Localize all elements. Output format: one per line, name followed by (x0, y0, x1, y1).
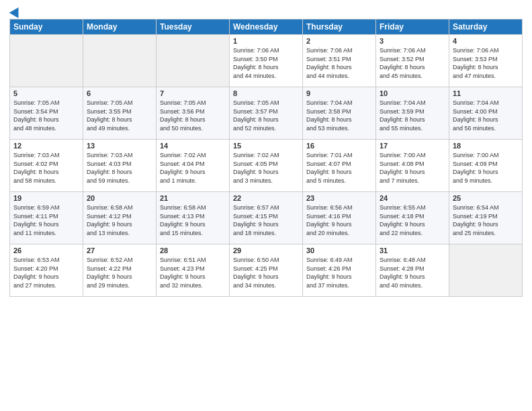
day-info: Sunrise: 7:05 AM Sunset: 3:55 PM Dayligh… (87, 99, 152, 132)
day-number: 11 (453, 89, 519, 97)
day-cell: 7Sunrise: 7:05 AM Sunset: 3:56 PM Daylig… (157, 87, 230, 140)
day-info: Sunrise: 7:02 AM Sunset: 4:05 PM Dayligh… (233, 151, 299, 185)
weekday-header-saturday: Saturday (449, 19, 523, 35)
day-number: 24 (380, 194, 445, 202)
day-cell: 31Sunrise: 6:48 AM Sunset: 4:28 PM Dayli… (376, 244, 449, 297)
calendar-table: SundayMondayTuesdayWednesdayThursdayFrid… (9, 19, 523, 297)
day-number: 12 (13, 142, 79, 150)
day-cell: 16Sunrise: 7:01 AM Sunset: 4:07 PM Dayli… (303, 140, 376, 192)
day-cell: 22Sunrise: 6:57 AM Sunset: 4:15 PM Dayli… (230, 192, 303, 244)
day-number: 28 (160, 246, 226, 255)
day-info: Sunrise: 6:49 AM Sunset: 4:26 PM Dayligh… (306, 256, 372, 289)
week-row-1: 1Sunrise: 7:06 AM Sunset: 3:50 PM Daylig… (10, 35, 523, 87)
day-info: Sunrise: 6:53 AM Sunset: 4:20 PM Dayligh… (13, 256, 79, 289)
day-number: 3 (380, 37, 445, 45)
day-info: Sunrise: 6:48 AM Sunset: 4:28 PM Dayligh… (380, 256, 445, 289)
day-info: Sunrise: 7:06 AM Sunset: 3:51 PM Dayligh… (306, 46, 372, 80)
day-info: Sunrise: 7:03 AM Sunset: 4:03 PM Dayligh… (87, 151, 152, 185)
week-row-4: 19Sunrise: 6:59 AM Sunset: 4:11 PM Dayli… (10, 192, 523, 244)
day-info: Sunrise: 7:04 AM Sunset: 3:59 PM Dayligh… (380, 99, 445, 132)
day-number: 21 (160, 194, 226, 202)
day-number: 15 (233, 142, 299, 150)
day-number: 25 (453, 194, 519, 202)
day-number: 7 (160, 89, 226, 97)
day-cell: 13Sunrise: 7:03 AM Sunset: 4:03 PM Dayli… (83, 140, 157, 192)
day-number: 30 (306, 246, 372, 255)
day-number: 9 (306, 89, 372, 97)
day-number: 20 (87, 194, 152, 202)
day-cell (157, 35, 230, 87)
day-cell: 3Sunrise: 7:06 AM Sunset: 3:52 PM Daylig… (376, 35, 449, 87)
day-cell: 27Sunrise: 6:52 AM Sunset: 4:22 PM Dayli… (83, 244, 157, 297)
day-cell: 25Sunrise: 6:54 AM Sunset: 4:19 PM Dayli… (449, 192, 523, 244)
day-number: 27 (87, 246, 152, 255)
day-number: 6 (87, 89, 152, 97)
day-number: 19 (13, 194, 79, 202)
weekday-header-thursday: Thursday (303, 19, 376, 35)
day-cell: 26Sunrise: 6:53 AM Sunset: 4:20 PM Dayli… (10, 244, 83, 297)
day-number: 23 (306, 194, 372, 202)
day-info: Sunrise: 6:59 AM Sunset: 4:11 PM Dayligh… (13, 203, 79, 237)
day-info: Sunrise: 7:04 AM Sunset: 3:58 PM Dayligh… (306, 99, 372, 132)
day-number: 17 (380, 142, 445, 150)
day-cell: 9Sunrise: 7:04 AM Sunset: 3:58 PM Daylig… (303, 87, 376, 140)
day-info: Sunrise: 6:57 AM Sunset: 4:15 PM Dayligh… (233, 203, 299, 237)
day-info: Sunrise: 7:06 AM Sunset: 3:52 PM Dayligh… (380, 46, 445, 80)
weekday-header-friday: Friday (376, 19, 449, 35)
weekday-header-wednesday: Wednesday (230, 19, 303, 35)
day-cell: 20Sunrise: 6:58 AM Sunset: 4:12 PM Dayli… (83, 192, 157, 244)
logo-text (9, 7, 21, 16)
day-cell: 12Sunrise: 7:03 AM Sunset: 4:02 PM Dayli… (10, 140, 83, 192)
day-cell: 28Sunrise: 6:51 AM Sunset: 4:23 PM Dayli… (157, 244, 230, 297)
day-cell: 15Sunrise: 7:02 AM Sunset: 4:05 PM Dayli… (230, 140, 303, 192)
day-cell (449, 244, 523, 297)
day-cell: 17Sunrise: 7:00 AM Sunset: 4:08 PM Dayli… (376, 140, 449, 192)
day-number: 31 (380, 246, 445, 255)
day-number: 16 (306, 142, 372, 150)
day-info: Sunrise: 6:50 AM Sunset: 4:25 PM Dayligh… (233, 256, 299, 289)
day-info: Sunrise: 7:05 AM Sunset: 3:56 PM Dayligh… (160, 99, 226, 132)
day-number: 26 (13, 246, 79, 255)
day-info: Sunrise: 7:06 AM Sunset: 3:50 PM Dayligh… (233, 46, 299, 80)
day-cell: 19Sunrise: 6:59 AM Sunset: 4:11 PM Dayli… (10, 192, 83, 244)
day-number: 14 (160, 142, 226, 150)
day-cell: 11Sunrise: 7:04 AM Sunset: 4:00 PM Dayli… (449, 87, 523, 140)
day-info: Sunrise: 7:01 AM Sunset: 4:07 PM Dayligh… (306, 151, 372, 185)
day-info: Sunrise: 6:58 AM Sunset: 4:12 PM Dayligh… (87, 203, 152, 237)
day-cell: 6Sunrise: 7:05 AM Sunset: 3:55 PM Daylig… (83, 87, 157, 140)
logo-icon (9, 5, 24, 18)
day-info: Sunrise: 6:52 AM Sunset: 4:22 PM Dayligh… (87, 256, 152, 289)
day-info: Sunrise: 6:58 AM Sunset: 4:13 PM Dayligh… (160, 203, 226, 237)
day-info: Sunrise: 7:05 AM Sunset: 3:54 PM Dayligh… (13, 99, 79, 132)
logo (9, 7, 21, 15)
day-info: Sunrise: 6:54 AM Sunset: 4:19 PM Dayligh… (453, 203, 519, 237)
day-cell: 1Sunrise: 7:06 AM Sunset: 3:50 PM Daylig… (230, 35, 303, 87)
day-cell (10, 35, 83, 87)
day-number: 8 (233, 89, 299, 97)
day-cell: 10Sunrise: 7:04 AM Sunset: 3:59 PM Dayli… (376, 87, 449, 140)
week-row-2: 5Sunrise: 7:05 AM Sunset: 3:54 PM Daylig… (10, 87, 523, 140)
day-info: Sunrise: 6:55 AM Sunset: 4:18 PM Dayligh… (380, 203, 445, 237)
day-info: Sunrise: 7:02 AM Sunset: 4:04 PM Dayligh… (160, 151, 226, 185)
day-number: 29 (233, 246, 299, 255)
day-number: 4 (453, 37, 519, 45)
week-row-3: 12Sunrise: 7:03 AM Sunset: 4:02 PM Dayli… (10, 140, 523, 192)
day-cell: 8Sunrise: 7:05 AM Sunset: 3:57 PM Daylig… (230, 87, 303, 140)
day-cell: 30Sunrise: 6:49 AM Sunset: 4:26 PM Dayli… (303, 244, 376, 297)
day-cell: 24Sunrise: 6:55 AM Sunset: 4:18 PM Dayli… (376, 192, 449, 244)
day-number: 2 (306, 37, 372, 45)
day-number: 10 (380, 89, 445, 97)
day-number: 13 (87, 142, 152, 150)
day-number: 5 (13, 89, 79, 97)
day-cell (83, 35, 157, 87)
weekday-header-monday: Monday (83, 19, 157, 35)
weekday-header-tuesday: Tuesday (157, 19, 230, 35)
day-info: Sunrise: 6:56 AM Sunset: 4:16 PM Dayligh… (306, 203, 372, 237)
day-cell: 4Sunrise: 7:06 AM Sunset: 3:53 PM Daylig… (449, 35, 523, 87)
day-info: Sunrise: 7:00 AM Sunset: 4:08 PM Dayligh… (380, 151, 445, 185)
day-info: Sunrise: 7:05 AM Sunset: 3:57 PM Dayligh… (233, 99, 299, 132)
day-number: 1 (233, 37, 299, 45)
page-container: SundayMondayTuesdayWednesdayThursdayFrid… (0, 0, 532, 411)
day-cell: 23Sunrise: 6:56 AM Sunset: 4:16 PM Dayli… (303, 192, 376, 244)
weekday-header-sunday: Sunday (10, 19, 83, 35)
